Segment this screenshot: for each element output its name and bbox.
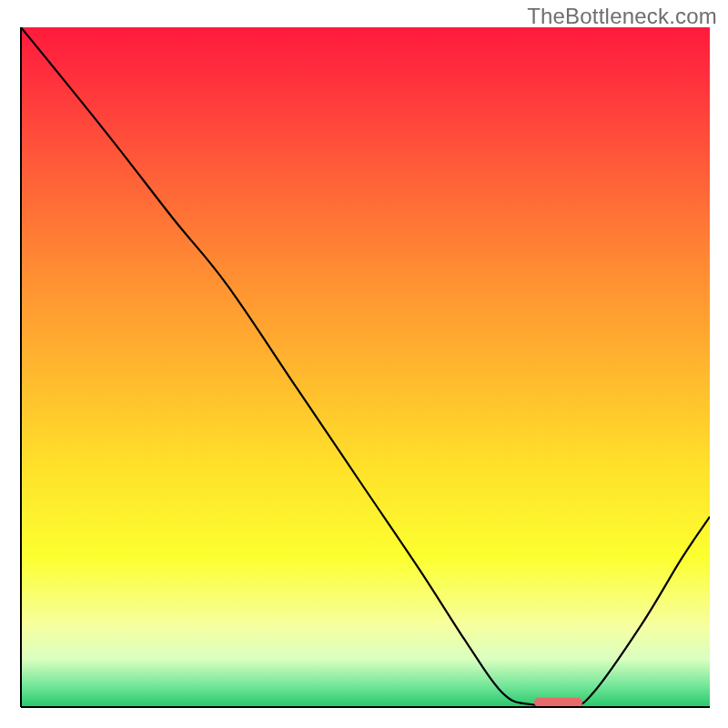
watermark-text: TheBottleneck.com [527, 4, 717, 29]
chart-background [21, 27, 710, 707]
bottleneck-chart [18, 27, 710, 710]
optimal-range-marker [534, 698, 582, 707]
plot-area [18, 27, 710, 710]
chart-container: TheBottleneck.com [0, 0, 728, 728]
